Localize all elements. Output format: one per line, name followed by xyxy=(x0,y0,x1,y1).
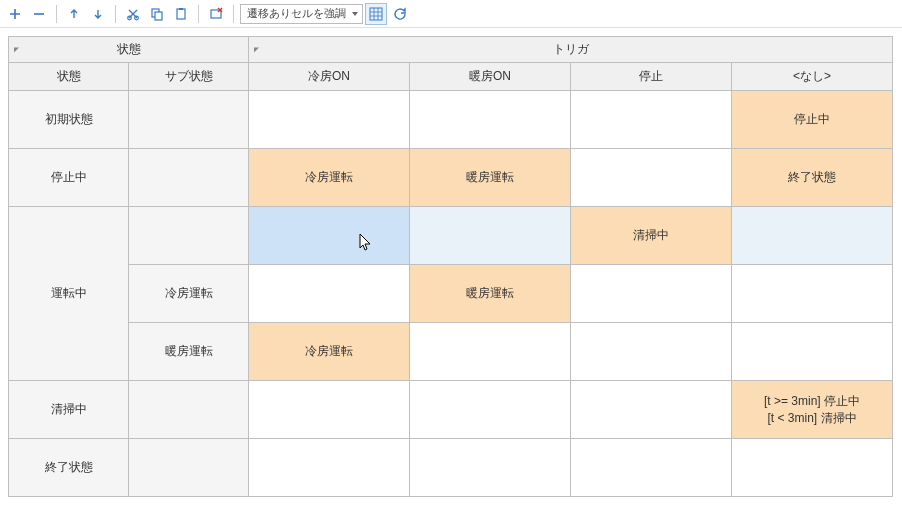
transition-cell[interactable]: 冷房運転 xyxy=(249,323,410,381)
table-row: 停止中 冷房運転 暖房運転 終了状態 xyxy=(9,149,893,207)
transition-cell[interactable]: 終了状態 xyxy=(732,149,893,207)
table-row: 初期状態 停止中 xyxy=(9,91,893,149)
substate-cell[interactable] xyxy=(129,149,249,207)
col-trigger-3[interactable]: 停止 xyxy=(571,63,732,91)
svg-rect-4 xyxy=(177,9,185,19)
transition-cell[interactable] xyxy=(410,323,571,381)
transition-cell[interactable] xyxy=(571,265,732,323)
transition-cell[interactable] xyxy=(249,265,410,323)
expand-icon xyxy=(254,47,259,52)
refresh-button[interactable] xyxy=(389,3,411,25)
table-row: 運転中 清掃中 xyxy=(9,207,893,265)
col-substate[interactable]: サブ状態 xyxy=(129,63,249,91)
state-group-header[interactable]: 状態 xyxy=(9,37,249,63)
col-trigger-2[interactable]: 暖房ON xyxy=(410,63,571,91)
paste-button[interactable] xyxy=(170,3,192,25)
transition-cell[interactable] xyxy=(571,149,732,207)
table-row: 暖房運転 冷房運転 xyxy=(9,323,893,381)
toolbar: 遷移ありセルを強調 xyxy=(0,0,902,28)
chevron-down-icon xyxy=(352,12,358,16)
state-transition-grid: 状態 トリガ 状態 サブ状態 冷房ON 暖房ON 停止 <なし> 初期状態 xyxy=(0,28,902,505)
transition-cell[interactable] xyxy=(249,91,410,149)
highlight-mode-label: 遷移ありセルを強調 xyxy=(247,6,346,21)
transition-cell[interactable] xyxy=(571,323,732,381)
separator xyxy=(198,5,199,23)
transition-cell[interactable] xyxy=(410,439,571,497)
transition-cell[interactable] xyxy=(410,91,571,149)
cut-button[interactable] xyxy=(122,3,144,25)
transition-cell[interactable]: 清掃中 xyxy=(571,207,732,265)
svg-rect-3 xyxy=(155,12,162,20)
add-button[interactable] xyxy=(4,3,26,25)
transition-cell[interactable] xyxy=(732,207,893,265)
state-table[interactable]: 状態 トリガ 状態 サブ状態 冷房ON 暖房ON 停止 <なし> 初期状態 xyxy=(8,36,893,497)
transition-cell[interactable]: [t >= 3min] 停止中 [t < 3min] 清掃中 xyxy=(732,381,893,439)
delete-cell-button[interactable] xyxy=(205,3,227,25)
svg-rect-7 xyxy=(370,8,382,20)
table-row: 清掃中 [t >= 3min] 停止中 [t < 3min] 清掃中 xyxy=(9,381,893,439)
expand-icon xyxy=(14,47,19,52)
move-up-button[interactable] xyxy=(63,3,85,25)
transition-cell[interactable] xyxy=(732,439,893,497)
col-trigger-4[interactable]: <なし> xyxy=(732,63,893,91)
transition-cell[interactable] xyxy=(571,439,732,497)
substate-cell[interactable] xyxy=(129,381,249,439)
transition-cell[interactable] xyxy=(249,381,410,439)
substate-cell[interactable]: 暖房運転 xyxy=(129,323,249,381)
substate-cell[interactable] xyxy=(129,439,249,497)
transition-cell[interactable] xyxy=(249,439,410,497)
svg-rect-5 xyxy=(179,8,183,10)
separator xyxy=(115,5,116,23)
state-group-label: 状態 xyxy=(117,42,141,56)
substate-cell[interactable] xyxy=(129,207,249,265)
table-row: 終了状態 xyxy=(9,439,893,497)
state-cell[interactable]: 運転中 xyxy=(9,207,129,381)
transition-cell-selected[interactable] xyxy=(249,207,410,265)
trigger-group-header[interactable]: トリガ xyxy=(249,37,893,63)
state-cell[interactable]: 初期状態 xyxy=(9,91,129,149)
transition-cell[interactable] xyxy=(410,207,571,265)
substate-cell[interactable]: 冷房運転 xyxy=(129,265,249,323)
state-cell[interactable]: 終了状態 xyxy=(9,439,129,497)
state-cell[interactable]: 停止中 xyxy=(9,149,129,207)
col-state[interactable]: 状態 xyxy=(9,63,129,91)
transition-cell[interactable] xyxy=(571,91,732,149)
transition-cell[interactable]: 暖房運転 xyxy=(410,265,571,323)
cursor-icon xyxy=(359,233,373,251)
trigger-group-label: トリガ xyxy=(553,42,589,56)
table-row: 冷房運転 暖房運転 xyxy=(9,265,893,323)
separator xyxy=(56,5,57,23)
state-cell[interactable]: 清掃中 xyxy=(9,381,129,439)
separator xyxy=(233,5,234,23)
substate-cell[interactable] xyxy=(129,91,249,149)
transition-cell[interactable] xyxy=(732,323,893,381)
highlight-mode-dropdown[interactable]: 遷移ありセルを強調 xyxy=(240,4,363,24)
transition-cell[interactable]: 停止中 xyxy=(732,91,893,149)
grid-view-button[interactable] xyxy=(365,3,387,25)
transition-cell[interactable]: 冷房運転 xyxy=(249,149,410,207)
copy-button[interactable] xyxy=(146,3,168,25)
move-down-button[interactable] xyxy=(87,3,109,25)
transition-cell[interactable] xyxy=(732,265,893,323)
transition-cell[interactable]: 暖房運転 xyxy=(410,149,571,207)
transition-cell[interactable] xyxy=(571,381,732,439)
remove-button[interactable] xyxy=(28,3,50,25)
col-trigger-1[interactable]: 冷房ON xyxy=(249,63,410,91)
transition-cell[interactable] xyxy=(410,381,571,439)
